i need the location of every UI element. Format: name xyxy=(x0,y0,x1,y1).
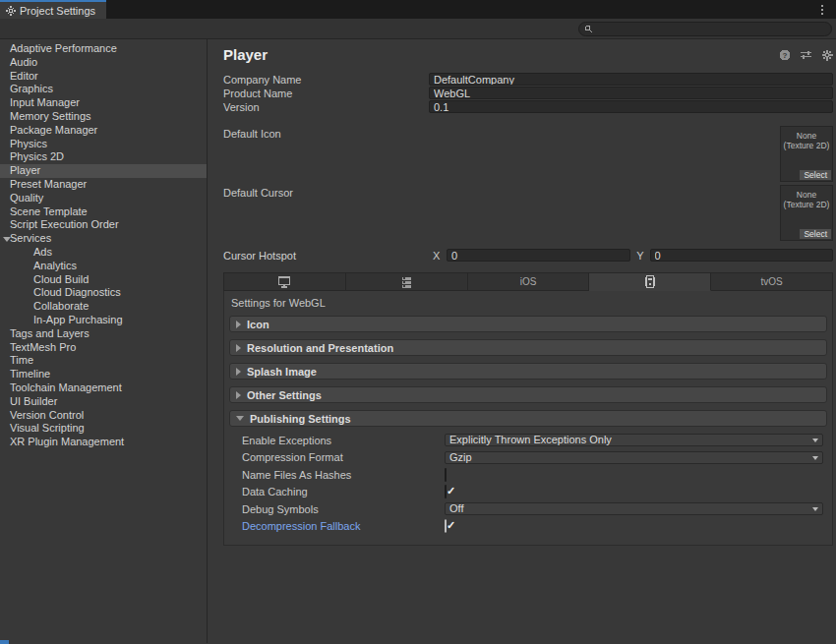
foldout-section-header[interactable]: Icon xyxy=(229,316,827,332)
tab-webgl[interactable] xyxy=(589,272,711,291)
default-cursor-object-field[interactable]: None (Texture 2D) Select xyxy=(780,185,833,241)
sidebar-item-label: In-App Purchasing xyxy=(33,314,123,325)
version-field[interactable] xyxy=(429,100,833,113)
data-caching-checkbox[interactable] xyxy=(445,485,447,498)
product-name-field[interactable] xyxy=(429,87,833,99)
foldout-section-header[interactable]: Resolution and Presentation xyxy=(229,339,827,356)
sidebar-item[interactable]: Cloud Build xyxy=(0,273,207,287)
server-icon xyxy=(401,276,412,288)
tab-ios[interactable]: iOS xyxy=(468,272,590,291)
sidebar-item-label: Preset Manager xyxy=(10,178,87,190)
debug-symbols-label: Debug Symbols xyxy=(242,503,445,515)
company-name-field[interactable] xyxy=(429,73,833,86)
sidebar-item[interactable]: TextMesh Pro xyxy=(0,341,207,355)
kebab-menu-icon[interactable] xyxy=(816,2,828,17)
object-value: None xyxy=(781,190,832,200)
sidebar-item[interactable]: XR Plugin Management xyxy=(0,436,207,449)
settings-category-sidebar: Adaptive Performance Audio Editor Graphi… xyxy=(0,39,208,643)
name-files-as-hashes-checkbox[interactable] xyxy=(445,468,447,482)
sidebar-item[interactable]: Graphics xyxy=(0,83,207,96)
sidebar-item-label: Toolchain Management xyxy=(10,381,122,393)
compression-format-dropdown[interactable]: Gzip xyxy=(445,451,823,464)
sidebar-item[interactable]: Services xyxy=(0,232,207,246)
dropdown-value: Explicitly Thrown Exceptions Only xyxy=(449,434,612,445)
sidebar-item[interactable]: Collaborate xyxy=(0,300,207,314)
compression-format-row: Compression Format Gzip xyxy=(224,451,832,464)
select-button[interactable]: Select xyxy=(800,170,831,180)
sidebar-item-label: Version Control xyxy=(10,409,84,421)
foldout-collapsed-icon xyxy=(236,344,241,352)
default-cursor-label: Default Cursor xyxy=(223,185,780,199)
decompression-fallback-checkbox[interactable] xyxy=(445,519,447,533)
tab-standalone[interactable] xyxy=(223,272,346,291)
sidebar-item[interactable]: Physics xyxy=(0,138,207,151)
foldout-section-label: Publishing Settings xyxy=(250,413,351,425)
compression-format-label: Compression Format xyxy=(242,451,445,463)
foldout-section-header[interactable]: Other Settings xyxy=(229,386,827,403)
dropdown-value: Gzip xyxy=(449,451,472,463)
sidebar-item[interactable]: Tags and Layers xyxy=(0,327,207,341)
search-input[interactable] xyxy=(593,24,826,34)
sidebar-item-label: Cloud Build xyxy=(33,273,89,285)
sidebar-item[interactable]: Scene Template xyxy=(0,205,207,219)
sidebar-item[interactable]: Ads xyxy=(0,246,207,260)
sidebar-item-label: Script Execution Order xyxy=(10,218,119,230)
sidebar-item[interactable]: Script Execution Order xyxy=(0,218,207,232)
sidebar-item[interactable]: In-App Purchasing xyxy=(0,314,207,327)
tab-tvos[interactable]: tvOS xyxy=(711,272,833,291)
select-button[interactable]: Select xyxy=(800,229,831,239)
sidebar-item-label: UI Builder xyxy=(10,395,57,407)
sidebar-item[interactable]: Input Manager xyxy=(0,96,207,110)
help-icon[interactable]: ? xyxy=(779,49,791,61)
sidebar-item[interactable]: UI Builder xyxy=(0,395,207,409)
sidebar-item[interactable]: Timeline xyxy=(0,368,207,381)
sidebar-item-label: Tags and Layers xyxy=(10,327,90,339)
sidebar-item[interactable]: Adaptive Performance xyxy=(0,42,207,56)
search-box[interactable] xyxy=(578,22,832,36)
foldout-triangle-icon[interactable] xyxy=(3,237,11,242)
cursor-hotspot-label: Cursor Hotspot xyxy=(223,250,429,262)
enable-exceptions-label: Enable Exceptions xyxy=(242,435,445,446)
enable-exceptions-dropdown[interactable]: Explicitly Thrown Exceptions Only xyxy=(445,434,823,446)
hotspot-x-field[interactable] xyxy=(447,249,630,262)
tab-dedicated-server[interactable] xyxy=(346,272,468,291)
sidebar-item[interactable]: Quality xyxy=(0,192,207,205)
foldout-section-header[interactable]: Splash Image xyxy=(229,363,827,380)
default-cursor-row: Default Cursor None (Texture 2D) Select xyxy=(223,185,833,241)
object-type: (Texture 2D) xyxy=(781,141,832,150)
sidebar-item-label: Editor xyxy=(10,70,38,82)
sidebar-item[interactable]: Visual Scripting xyxy=(0,422,207,436)
dropdown-value: Off xyxy=(449,502,463,514)
presets-icon[interactable] xyxy=(800,49,812,60)
platform-tab-bar: iOS tvOS xyxy=(223,272,833,291)
foldout-section-label: Icon xyxy=(247,319,269,330)
hotspot-y-field[interactable] xyxy=(650,249,834,262)
sidebar-item[interactable]: Package Manager xyxy=(0,124,207,138)
debug-symbols-dropdown[interactable]: Off xyxy=(445,502,823,515)
search-icon xyxy=(584,25,593,33)
sidebar-item[interactable]: Cloud Diagnostics xyxy=(0,286,207,300)
sidebar-item[interactable]: Time xyxy=(0,354,207,368)
publishing-settings-header[interactable]: Publishing Settings xyxy=(229,410,827,427)
sidebar-item[interactable]: Audio xyxy=(0,56,207,70)
gear-icon[interactable] xyxy=(821,49,833,61)
sidebar-item[interactable]: Version Control xyxy=(0,409,207,423)
sidebar-item[interactable]: Memory Settings xyxy=(0,110,207,124)
sidebar-item[interactable]: Analytics xyxy=(0,260,207,273)
sidebar-item[interactable]: Player xyxy=(0,164,207,178)
bottom-left-accent xyxy=(0,640,9,644)
chevron-down-icon xyxy=(812,439,818,442)
decompression-fallback-label: Decompression Fallback xyxy=(242,520,445,532)
decompression-fallback-row: Decompression Fallback xyxy=(224,520,832,533)
project-settings-tab[interactable]: Project Settings xyxy=(0,0,106,19)
sidebar-item[interactable]: Editor xyxy=(0,70,207,84)
sidebar-item[interactable]: Preset Manager xyxy=(0,178,207,192)
settings-toolbar xyxy=(0,19,836,39)
y-axis-label: Y xyxy=(634,250,646,262)
sidebar-item-label: Memory Settings xyxy=(10,110,91,122)
default-icon-object-field[interactable]: None (Texture 2D) Select xyxy=(780,126,833,182)
debug-symbols-row: Debug Symbols Off xyxy=(224,502,832,515)
sidebar-item[interactable]: Physics 2D xyxy=(0,150,207,164)
settings-for-platform-heading: Settings for WebGL xyxy=(224,291,832,316)
sidebar-item[interactable]: Toolchain Management xyxy=(0,381,207,395)
